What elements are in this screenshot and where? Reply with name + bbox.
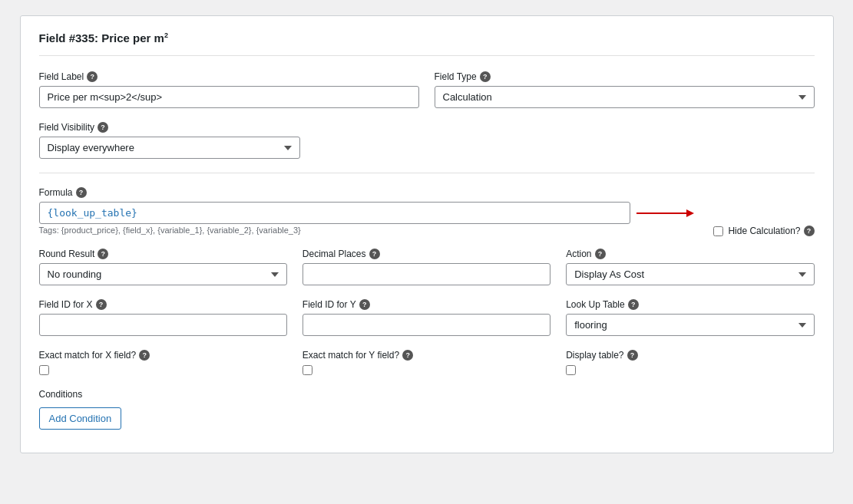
- decimal-places-input[interactable]: 2: [303, 263, 550, 285]
- look-up-table-group: Look Up Table ? flooring table1 table2: [566, 299, 814, 336]
- page-title: Field #335: Price per m2: [39, 31, 815, 56]
- field-type-group: Field Type ? Calculation Text Number Dro…: [435, 71, 815, 108]
- round-result-select[interactable]: No rounding Round up Round down Round to…: [39, 263, 287, 285]
- display-table-help-icon[interactable]: ?: [627, 350, 638, 361]
- round-result-label: Round Result ?: [39, 249, 287, 259]
- display-table-checkbox[interactable]: [566, 365, 576, 375]
- exact-match-y-checkbox[interactable]: [303, 365, 312, 375]
- action-group: Action ? Display As Cost Display As Labe…: [566, 249, 814, 285]
- exact-match-x-help-icon[interactable]: ?: [139, 350, 150, 361]
- field-type-label: Field Type ?: [435, 71, 815, 82]
- display-table-group: Display table? ?: [566, 350, 814, 375]
- conditions-section: Conditions Add Condition: [39, 389, 815, 430]
- look-up-table-label: Look Up Table ?: [566, 299, 814, 310]
- round-result-group: Round Result ? No rounding Round up Roun…: [39, 249, 287, 285]
- checkboxes-row: Exact match for X field? ? Exact match f…: [39, 350, 815, 375]
- field-ids-row: Field ID for X ? 334 Field ID for Y ? 33…: [39, 299, 815, 336]
- field-id-y-label: Field ID for Y ?: [303, 299, 550, 310]
- decimal-places-group: Decimal Places ? 2: [303, 249, 550, 285]
- exact-match-x-checkbox[interactable]: [39, 365, 49, 375]
- hide-calculation-help-icon[interactable]: ?: [804, 226, 815, 236]
- field-id-x-label: Field ID for X ?: [39, 299, 287, 310]
- decimal-places-label: Decimal Places ?: [303, 249, 550, 259]
- field-label-input[interactable]: [39, 86, 419, 108]
- exact-match-y-group: Exact match for Y field? ?: [303, 350, 550, 375]
- formula-arrow: [636, 208, 698, 219]
- field-type-help-icon[interactable]: ?: [480, 71, 491, 82]
- field-id-y-input[interactable]: 333: [303, 314, 550, 336]
- add-condition-button[interactable]: Add Condition: [39, 407, 122, 430]
- exact-match-y-help-icon[interactable]: ?: [402, 350, 413, 361]
- action-label: Action ?: [566, 249, 814, 259]
- field-id-y-group: Field ID for Y ? 333: [303, 299, 550, 336]
- divider-1: [39, 173, 815, 173]
- action-select[interactable]: Display As Cost Display As Label None: [566, 263, 814, 285]
- formula-input[interactable]: {look_up_table}: [39, 202, 631, 224]
- field-label-label: Field Label ?: [39, 71, 419, 82]
- field-visibility-help-icon[interactable]: ?: [98, 122, 108, 133]
- round-decimal-action-row: Round Result ? No rounding Round up Roun…: [39, 249, 815, 285]
- formula-input-wrap: {look_up_table}: [39, 202, 699, 224]
- look-up-table-help-icon[interactable]: ?: [628, 299, 639, 310]
- display-table-label: Display table? ?: [566, 350, 814, 361]
- field-label-group: Field Label ?: [39, 71, 419, 108]
- round-result-help-icon[interactable]: ?: [98, 249, 108, 259]
- formula-left: Formula ? {look_up_table} Tags: {product…: [39, 187, 699, 235]
- decimal-places-help-icon[interactable]: ?: [369, 249, 380, 259]
- field-id-x-group: Field ID for X ? 334: [39, 299, 287, 336]
- svg-marker-1: [686, 209, 694, 217]
- field-id-y-help-icon[interactable]: ?: [359, 299, 370, 310]
- hide-calculation-group: Hide Calculation? ?: [713, 187, 814, 236]
- exact-match-y-label: Exact match for Y field? ?: [303, 350, 550, 361]
- field-visibility-select[interactable]: Display everywhere Display conditionally…: [39, 137, 300, 159]
- field-card: Field #335: Price per m2 Field Label ? F…: [20, 15, 834, 453]
- field-visibility-label: Field Visibility ?: [39, 122, 300, 133]
- formula-tags: Tags: {product_price}, {field_x}, {varia…: [39, 226, 699, 235]
- hide-calculation-label: Hide Calculation? ?: [728, 226, 814, 236]
- formula-section: Formula ? {look_up_table} Tags: {product…: [39, 187, 815, 236]
- hide-calculation-checkbox[interactable]: [713, 226, 723, 236]
- exact-match-x-label: Exact match for X field? ?: [39, 350, 287, 361]
- action-help-icon[interactable]: ?: [595, 249, 606, 259]
- look-up-table-select[interactable]: flooring table1 table2: [566, 314, 814, 336]
- conditions-title: Conditions: [39, 389, 815, 400]
- formula-help-icon[interactable]: ?: [76, 187, 87, 198]
- field-id-x-input[interactable]: 334: [39, 314, 287, 336]
- field-id-x-help-icon[interactable]: ?: [96, 299, 107, 310]
- field-type-select[interactable]: Calculation Text Number Dropdown: [435, 86, 815, 108]
- field-label-help-icon[interactable]: ?: [87, 71, 98, 82]
- exact-match-x-group: Exact match for X field? ?: [39, 350, 287, 375]
- field-visibility-group: Field Visibility ? Display everywhere Di…: [39, 122, 300, 159]
- formula-label: Formula ?: [39, 187, 699, 198]
